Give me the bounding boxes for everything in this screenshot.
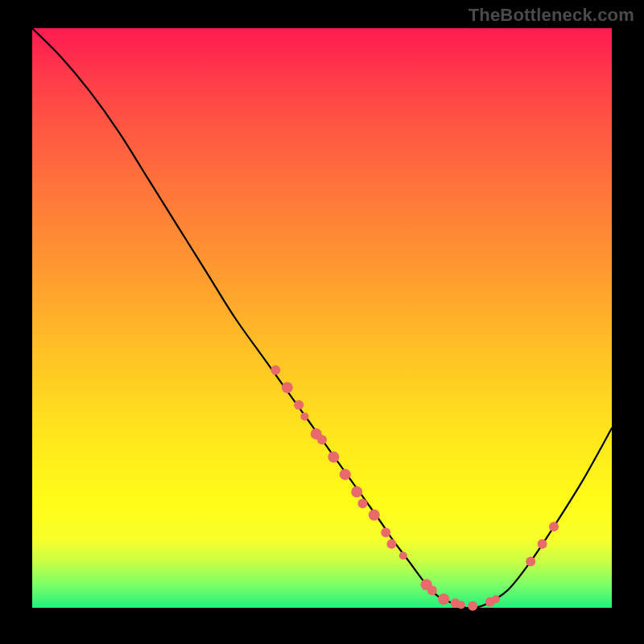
- data-marker: [381, 527, 390, 537]
- chart-svg: [32, 28, 612, 608]
- data-marker: [538, 539, 547, 549]
- data-marker: [270, 365, 280, 375]
- data-marker: [351, 486, 362, 497]
- plot-area: [32, 28, 612, 608]
- data-marker: [427, 585, 437, 595]
- data-marker: [457, 601, 465, 609]
- data-marker: [468, 601, 477, 611]
- data-marker: [294, 400, 303, 410]
- watermark-text: TheBottleneck.com: [469, 5, 634, 26]
- data-marker: [282, 382, 293, 393]
- bottleneck-curve: [32, 28, 612, 608]
- data-marker: [369, 510, 380, 521]
- data-marker: [328, 452, 339, 463]
- data-marker: [300, 412, 308, 420]
- data-marker: [357, 498, 367, 508]
- data-marker: [386, 539, 396, 549]
- data-marker: [317, 435, 327, 444]
- marker-group: [270, 365, 559, 611]
- data-marker: [340, 469, 351, 480]
- data-marker: [492, 595, 500, 603]
- data-marker: [399, 551, 407, 559]
- data-marker: [438, 593, 449, 605]
- chart-frame: TheBottleneck.com: [0, 0, 644, 644]
- data-marker: [526, 556, 535, 566]
- data-marker: [549, 522, 559, 531]
- x-axis: [32, 608, 612, 609]
